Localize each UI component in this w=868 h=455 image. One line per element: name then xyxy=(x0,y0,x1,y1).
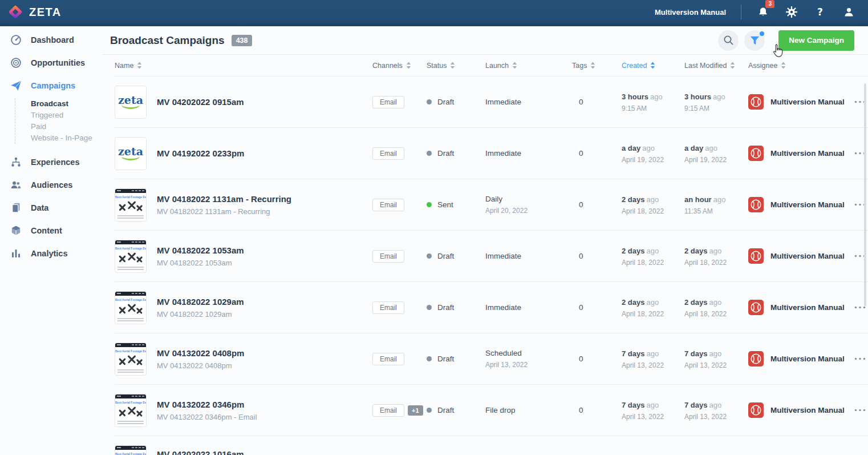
tags-count: 0 xyxy=(572,149,622,158)
thumb-text-lines xyxy=(115,317,146,324)
table-row[interactable]: zeta MV 04192022 0233pm Email Draft Imme… xyxy=(115,128,868,179)
status-cell: Draft xyxy=(427,149,485,158)
sidebar-subitem-triggered[interactable]: Triggered xyxy=(31,110,103,121)
campaign-name[interactable]: MV 04192022 0233pm xyxy=(157,148,244,158)
column-header-last-modified[interactable]: Last Modified xyxy=(684,62,748,70)
status-cell: Draft xyxy=(427,252,485,260)
settings-button[interactable] xyxy=(785,5,798,19)
modified-relative: a day xyxy=(684,144,703,152)
sidebar-item-data[interactable]: Data xyxy=(0,196,103,219)
row-menu-button[interactable] xyxy=(854,354,868,364)
status-cell: Draft xyxy=(427,406,485,414)
help-button[interactable]: ? xyxy=(813,5,827,19)
sidebar-item-dashboard[interactable]: Dashboard xyxy=(0,29,103,51)
modified-relative: 2 days xyxy=(684,298,707,307)
modified-relative: an hour xyxy=(684,195,712,204)
gear-icon xyxy=(786,6,797,18)
launch-type: Scheduled xyxy=(485,349,572,357)
modified-detail: 11:35 AM xyxy=(684,207,748,215)
sidebar-label: Dashboard xyxy=(31,35,74,45)
status-cell: Draft xyxy=(427,98,485,106)
sidebar-subitem-paid[interactable]: Paid xyxy=(31,121,103,132)
campaign-name[interactable]: MV 04182022 1053am xyxy=(157,245,244,255)
filter-button[interactable] xyxy=(744,30,765,51)
sidebar-item-audiences[interactable]: Audiences xyxy=(0,174,103,196)
channels-cell: Email xyxy=(372,199,427,211)
status-label: Draft xyxy=(437,252,454,260)
campaign-thumbnail: Best Aerial Footage Ever xyxy=(115,445,147,455)
account-name[interactable]: Multiversion Manual xyxy=(655,8,726,17)
sidebar-item-analytics[interactable]: Analytics xyxy=(0,242,103,265)
created-detail: April 18, 2022 xyxy=(622,207,684,215)
table-row[interactable]: Best Aerial Footage Ever MV 04202022 101… xyxy=(115,436,868,455)
sort-icon xyxy=(406,62,411,69)
campaign-thumbnail: zeta xyxy=(115,86,147,119)
column-header-launch[interactable]: Launch xyxy=(485,62,572,70)
assignee-name: Multiversion Manual xyxy=(770,406,845,414)
search-icon xyxy=(723,35,734,46)
table-row[interactable]: Best Aerial Footage Ever MV 04132022 034… xyxy=(115,385,868,436)
row-menu-button[interactable] xyxy=(854,405,868,415)
modified-detail: 9:15 AM xyxy=(684,104,748,112)
status-label: Draft xyxy=(437,355,454,363)
column-header-status[interactable]: Status xyxy=(427,62,485,70)
created-cell: 3 hoursago 9:15 AM xyxy=(622,91,684,112)
modified-detail: April 18, 2022 xyxy=(684,259,748,267)
search-button[interactable] xyxy=(718,30,739,51)
modified-ago-suffix: ago xyxy=(709,349,721,358)
sidebar-subitem-broadcast[interactable]: Broadcast xyxy=(31,98,103,110)
status-dot xyxy=(427,151,432,156)
campaign-name[interactable]: MV 04132022 0346pm xyxy=(157,400,257,409)
column-header-name[interactable]: Name xyxy=(115,62,372,70)
column-header-created[interactable]: Created xyxy=(622,62,684,70)
launch-type: Immediate xyxy=(485,252,572,260)
created-detail: April 13, 2022 xyxy=(622,413,684,421)
assignee-avatar xyxy=(748,300,764,315)
tags-count: 0 xyxy=(572,252,622,260)
modified-detail: April 13, 2022 xyxy=(684,361,748,369)
sidebar-item-content[interactable]: Content xyxy=(0,219,103,242)
user-menu-button[interactable] xyxy=(842,5,855,19)
table-header-row: Name Channels Status Launch xyxy=(115,55,868,76)
created-relative: 7 days xyxy=(622,349,644,358)
sidebar-subitem-website-in-page[interactable]: Website - In-Page xyxy=(31,132,103,144)
created-ago-suffix: ago xyxy=(646,195,659,204)
sidebar-label: Experiences xyxy=(31,158,79,167)
column-header-tags[interactable]: Tags xyxy=(572,62,622,70)
sidebar-item-campaigns[interactable]: Campaigns xyxy=(0,74,103,97)
campaign-name[interactable]: MV 04182022 1131am - Recurring xyxy=(157,194,291,204)
thumb-drone-image xyxy=(115,404,146,420)
campaign-name[interactable]: MV 04132022 0408pm xyxy=(157,348,244,358)
modified-relative: 7 days xyxy=(684,349,707,358)
table-row[interactable]: Best Aerial Footage Ever MV 04182022 102… xyxy=(115,282,868,333)
sidebar-label: Opportunities xyxy=(31,58,85,67)
status-label: Draft xyxy=(437,303,454,312)
column-header-assignee[interactable]: Assignee xyxy=(748,62,854,70)
modified-relative: 7 days xyxy=(684,401,707,409)
column-header-channels[interactable]: Channels xyxy=(372,62,427,70)
column-label: Last Modified xyxy=(684,62,727,70)
table-row[interactable]: Best Aerial Footage Ever MV 04182022 105… xyxy=(115,231,868,282)
scrollbar-thumb[interactable] xyxy=(864,83,866,306)
assignee-cell: Multiversion Manual xyxy=(748,300,854,315)
sidebar-item-experiences[interactable]: Experiences xyxy=(0,151,103,174)
table-row[interactable]: Best Aerial Footage Ever MV 04182022 113… xyxy=(115,179,868,231)
channel-chip: Email xyxy=(372,147,404,160)
campaign-name[interactable]: MV 04202022 1016am xyxy=(157,449,244,455)
table-row[interactable]: zeta MV 04202022 0915am Email Draft Imme… xyxy=(115,76,868,128)
notifications-button[interactable]: 3 xyxy=(756,5,770,19)
gauge-icon xyxy=(10,34,22,46)
sidebar-item-opportunities[interactable]: Opportunities xyxy=(0,51,103,74)
campaign-name[interactable]: MV 04202022 0915am xyxy=(157,97,244,107)
created-ago-suffix: ago xyxy=(646,247,659,255)
zeta-logo[interactable]: ZETA xyxy=(8,5,62,19)
table-row[interactable]: Best Aerial Footage Ever MV 04132022 040… xyxy=(115,333,868,385)
kebab-menu-icon xyxy=(854,357,866,360)
modified-cell: 3 hoursago 9:15 AM xyxy=(684,91,748,112)
assignee-name: Multiversion Manual xyxy=(770,149,845,158)
created-relative: 7 days xyxy=(622,401,644,409)
tags-count: 0 xyxy=(572,303,622,312)
campaign-name[interactable]: MV 04182022 1029am xyxy=(157,297,244,307)
new-campaign-button[interactable]: New Campaign xyxy=(778,30,854,51)
campaign-thumbnail: zeta xyxy=(115,137,147,170)
